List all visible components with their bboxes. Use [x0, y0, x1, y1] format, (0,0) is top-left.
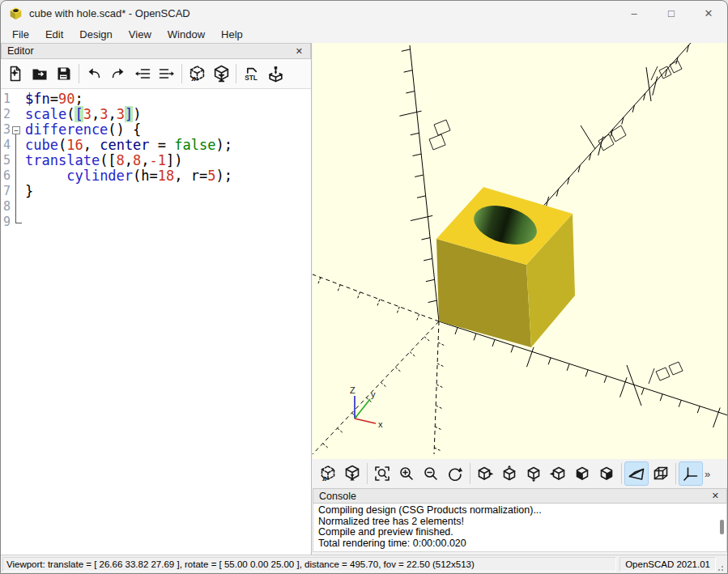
- stl-icon: STL: [242, 65, 261, 83]
- code-line[interactable]: 6 cylinder(h=18, r=5);: [1, 168, 311, 184]
- preview-icon: »: [188, 65, 206, 83]
- toolbar-separator: [79, 64, 79, 83]
- console-line: Normalized tree has 2 elements!: [318, 517, 722, 528]
- zoom-all-icon: [373, 465, 391, 483]
- openscad-logo-icon: [9, 6, 23, 20]
- menu-design[interactable]: Design: [71, 27, 120, 42]
- toolbar-overflow-chevron[interactable]: »: [705, 468, 710, 480]
- view-front-button[interactable]: [570, 461, 594, 486]
- perspective-icon: [628, 465, 645, 483]
- y-axis-label: y: [371, 389, 376, 399]
- maximize-button[interactable]: □: [653, 1, 690, 25]
- view-back-icon: [598, 465, 615, 483]
- minimize-button[interactable]: –: [615, 1, 653, 25]
- editor-panel-title: Editor: [7, 45, 34, 57]
- menu-view[interactable]: View: [121, 27, 160, 42]
- undo-icon: [85, 65, 103, 83]
- menu-bar: File Edit Design View Window Help: [1, 25, 727, 43]
- line-number: 1: [1, 91, 13, 107]
- render-button[interactable]: [209, 62, 233, 86]
- fold-guide-line: [15, 134, 22, 223]
- axes-toggle-icon: [682, 465, 700, 483]
- view-right-button[interactable]: [473, 461, 497, 486]
- close-button[interactable]: ✕: [690, 1, 727, 25]
- code-line[interactable]: 3difference() {: [1, 122, 311, 138]
- new-document-icon: [6, 65, 24, 83]
- editor-toolbar: » STL: [1, 59, 311, 89]
- code-line[interactable]: 5translate([8,8,-1]): [1, 153, 311, 168]
- menu-window[interactable]: Window: [160, 27, 213, 42]
- viewport-canvas: Z y x: [313, 43, 727, 459]
- indent-button[interactable]: [155, 62, 179, 86]
- toolbar-separator: [236, 64, 236, 83]
- print-3d-button[interactable]: [263, 62, 287, 86]
- console-output[interactable]: Compiling design (CSG Products normaliza…: [313, 504, 727, 552]
- console-close-icon[interactable]: ✕: [710, 491, 721, 501]
- reset-view-icon: [446, 465, 464, 483]
- zoom-all-button[interactable]: [370, 461, 394, 486]
- code-line[interactable]: 8: [1, 199, 311, 215]
- line-number: 4: [1, 138, 13, 153]
- redo-button[interactable]: [106, 62, 130, 86]
- editor-close-icon[interactable]: ✕: [294, 46, 304, 57]
- code-line[interactable]: 9: [1, 215, 311, 230]
- view-back-button[interactable]: [594, 461, 619, 486]
- code-line[interactable]: 1$fn=90;: [1, 91, 311, 107]
- svg-text:»: »: [190, 73, 196, 83]
- preview-button[interactable]: »: [185, 62, 209, 86]
- redo-icon: [109, 65, 127, 83]
- fold-marker[interactable]: −: [12, 126, 20, 134]
- line-number: 5: [1, 153, 13, 168]
- code-line[interactable]: 7}: [1, 184, 311, 199]
- view-bottom-button[interactable]: [522, 461, 546, 486]
- export-stl-button[interactable]: STL: [239, 62, 263, 86]
- app-window: cube with hole.scad* - OpenSCAD – □ ✕ Fi…: [0, 0, 728, 574]
- view-left-button[interactable]: [546, 461, 570, 486]
- line-number: 3: [1, 122, 13, 138]
- orthogonal-icon: [652, 465, 670, 483]
- zoom-in-icon: [398, 465, 415, 483]
- menu-help[interactable]: Help: [213, 27, 251, 42]
- viewport-3d[interactable]: Z y x: [313, 43, 727, 459]
- x-axis-label: x: [378, 419, 383, 429]
- perspective-button[interactable]: [624, 461, 649, 486]
- code-editor[interactable]: 1$fn=90;2scale([3,3,3])3difference() {4c…: [1, 89, 311, 555]
- console-scrollbar-thumb[interactable]: [720, 520, 724, 534]
- vp-render-button[interactable]: [340, 461, 364, 486]
- resize-grip[interactable]: [717, 563, 726, 572]
- vp-preview-button[interactable]: »: [316, 461, 340, 486]
- toolbar-separator: [621, 463, 622, 484]
- render-icon: [212, 65, 231, 83]
- unindent-icon: [134, 65, 151, 83]
- save-button[interactable]: [52, 62, 76, 86]
- line-number: 8: [1, 199, 13, 215]
- z-axis-label: Z: [350, 385, 355, 395]
- menu-file[interactable]: File: [4, 27, 37, 42]
- print-3d-icon: [266, 65, 285, 83]
- view-top-button[interactable]: [497, 461, 522, 486]
- toolbar-separator: [470, 463, 470, 484]
- console-line: Compiling design (CSG Products normaliza…: [318, 505, 722, 517]
- line-number: 7: [1, 184, 13, 199]
- orthogonal-button[interactable]: [649, 461, 673, 486]
- new-file-button[interactable]: [3, 62, 28, 86]
- render-icon: [343, 465, 361, 483]
- code-line[interactable]: 4cube(16, center = false);: [1, 138, 311, 153]
- code-line[interactable]: 2scale([3,3,3]): [1, 107, 311, 122]
- reset-view-button[interactable]: [443, 461, 467, 486]
- line-number: 6: [1, 168, 13, 184]
- menu-edit[interactable]: Edit: [37, 27, 71, 42]
- status-bar: Viewport: translate = [ 26.66 33.82 27.6…: [1, 555, 727, 573]
- editor-panel-header: Editor ✕: [1, 43, 311, 59]
- show-axes-button[interactable]: [679, 461, 703, 486]
- unindent-button[interactable]: [130, 62, 155, 86]
- title-bar: cube with hole.scad* - OpenSCAD – □ ✕: [1, 1, 727, 25]
- view-right-icon: [476, 465, 494, 483]
- indent-icon: [158, 65, 176, 83]
- open-button[interactable]: [28, 62, 52, 86]
- view-bottom-icon: [525, 465, 543, 483]
- viewport-status-text: Viewport: translate = [ 26.66 33.82 27.6…: [2, 557, 616, 572]
- undo-button[interactable]: [82, 62, 106, 86]
- zoom-out-button[interactable]: [419, 461, 443, 486]
- zoom-in-button[interactable]: [394, 461, 419, 486]
